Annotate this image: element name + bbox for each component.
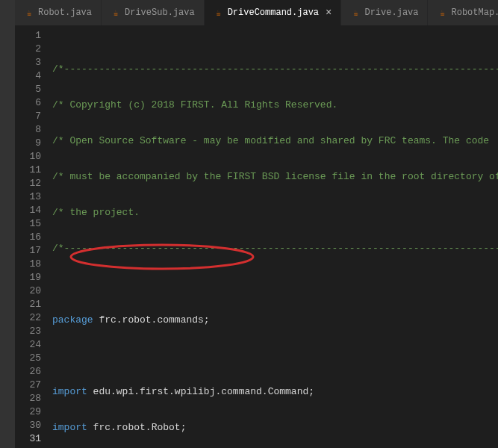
tab-label: Robot.java <box>38 7 92 18</box>
tab-robot[interactable]: ☕ Robot.java <box>15 0 102 25</box>
code-content[interactable]: /*--------------------------------------… <box>52 26 498 448</box>
java-icon: ☕ <box>111 7 121 18</box>
tab-label: DriveCommand.java <box>228 7 319 18</box>
tab-robotmap[interactable]: ☕ RobotMap.java <box>428 0 498 25</box>
tab-drive[interactable]: ☕ Drive.java <box>341 0 428 25</box>
code-editor[interactable]: 1 2 3 4 5 6 7 8 9 10 11 12 13 14 15 16 1… <box>15 26 498 448</box>
comment: /*--------------------------------------… <box>52 243 498 254</box>
activity-bar[interactable] <box>0 0 15 448</box>
tab-label: RobotMap.java <box>451 7 498 18</box>
java-icon: ☕ <box>24 7 34 18</box>
java-icon: ☕ <box>350 7 361 18</box>
comment: /* must be accompanied by the FIRST BSD … <box>52 171 498 182</box>
tabs-bar: ☕ Robot.java ☕ DriveSub.java ☕ DriveComm… <box>15 0 498 26</box>
keyword: import <box>52 386 87 397</box>
comment: /* Open Source Software - may be modifie… <box>52 135 498 146</box>
close-icon[interactable]: × <box>326 7 332 18</box>
line-gutter: 1 2 3 4 5 6 7 8 9 10 11 12 13 14 15 16 1… <box>15 26 52 448</box>
tab-label: DriveSub.java <box>125 7 195 18</box>
keyword: import <box>52 422 87 433</box>
comment: /*--------------------------------------… <box>52 63 498 75</box>
keyword: package <box>52 314 93 326</box>
tab-label: Drive.java <box>364 7 418 18</box>
comment: /* the project. */ <box>52 207 498 218</box>
tab-drivecommand[interactable]: ☕ DriveCommand.java × <box>205 0 342 25</box>
comment: /* Copyright (c) 2018 FIRST. All Rights … <box>52 99 498 111</box>
java-icon: ☕ <box>214 7 224 18</box>
java-icon: ☕ <box>437 7 447 18</box>
tab-drivesub[interactable]: ☕ DriveSub.java <box>102 0 205 25</box>
